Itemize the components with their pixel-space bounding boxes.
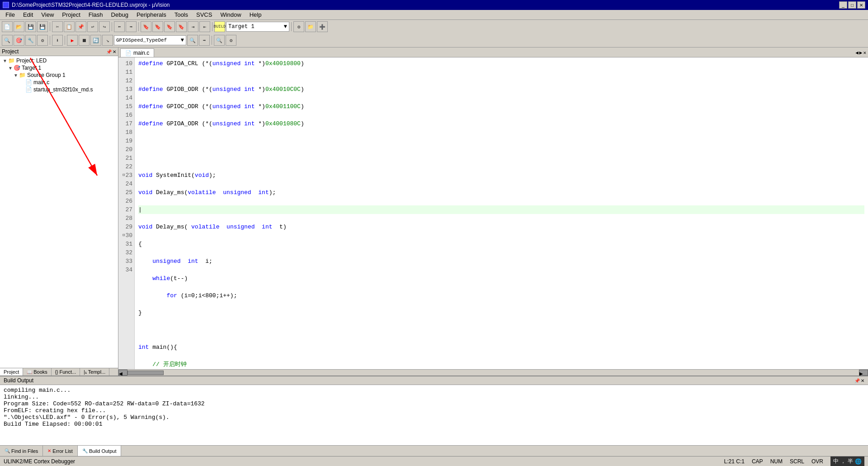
options-button[interactable]: ⚙ bbox=[293, 21, 304, 32]
editor-close[interactable]: ✕ bbox=[863, 50, 866, 56]
menu-debug[interactable]: Debug bbox=[108, 10, 132, 19]
menu-view[interactable]: View bbox=[38, 10, 57, 19]
zoom2-button[interactable]: ⚙ bbox=[226, 35, 236, 46]
tab-project[interactable]: Project bbox=[0, 368, 23, 376]
tree-item-project[interactable]: ▼ 📁 Project: LED bbox=[1, 57, 117, 64]
line-numbers: 10 11 12 13 14 15 16 17 18 19 20 21 22 ⊟… bbox=[118, 57, 135, 369]
project-panel-title: Project bbox=[2, 48, 19, 55]
bookmark3-button[interactable]: 🔖 bbox=[164, 21, 175, 32]
tree-item-sourcegroup[interactable]: ▼ 📁 Source Group 1 bbox=[1, 71, 117, 79]
menu-project[interactable]: Project bbox=[58, 10, 84, 19]
scroll-left[interactable]: ◀ bbox=[118, 370, 127, 376]
load-button[interactable]: ⬇ bbox=[52, 35, 63, 46]
save-button[interactable]: 💾 bbox=[25, 21, 36, 32]
bookmark4-button[interactable]: 🔖 bbox=[176, 21, 187, 32]
redo-button[interactable]: ↪ bbox=[99, 21, 110, 32]
app-icon bbox=[3, 2, 9, 8]
build-output-title: Build Output bbox=[4, 377, 33, 384]
menu-help[interactable]: Help bbox=[246, 10, 265, 19]
panel-pin-button[interactable]: 📌 bbox=[106, 49, 112, 54]
tree-item-startup[interactable]: 📄 startup_stm32f10x_md.s bbox=[1, 86, 117, 93]
tab-error-list[interactable]: ✕ Error List bbox=[43, 446, 78, 456]
menu-peripherals[interactable]: Peripherals bbox=[133, 10, 170, 19]
tab-build-output[interactable]: 🔧 Build Output bbox=[78, 446, 122, 456]
reset-button[interactable]: 🔄 bbox=[90, 35, 101, 46]
build-output-close[interactable]: ✕ bbox=[861, 378, 864, 383]
tree-item-mainc[interactable]: 📄 main.c bbox=[1, 79, 117, 86]
cut-button[interactable]: ✂ bbox=[52, 21, 63, 32]
code-editor[interactable]: 10 11 12 13 14 15 16 17 18 19 20 21 22 ⊟… bbox=[118, 57, 868, 369]
menu-flash[interactable]: Flash bbox=[85, 10, 107, 19]
tab-books[interactable]: 📖 Books bbox=[23, 368, 52, 376]
rebuild-button[interactable]: 🔧 bbox=[25, 35, 36, 46]
paste-button[interactable]: 📌 bbox=[75, 21, 86, 32]
manage-button[interactable]: 📁 bbox=[305, 21, 316, 32]
symb-nav-button[interactable]: ➡ bbox=[199, 35, 210, 46]
build-line-6: Build Time Elapsed: 00:00:01 bbox=[4, 421, 864, 428]
project-tree: ▼ 📁 Project: LED ▼ 🎯 Target 1 ▼ 📁 Source… bbox=[0, 56, 118, 368]
menu-tools[interactable]: Tools bbox=[171, 10, 192, 19]
bookmark2-button[interactable]: 🔖 bbox=[152, 21, 163, 32]
add-button[interactable]: ➕ bbox=[317, 21, 328, 32]
build-output-area: Build Output 📌 ✕ compiling main.c... lin… bbox=[0, 376, 868, 456]
build-line-1: compiling main.c... bbox=[4, 387, 864, 394]
build-line-4: FromELF: creating hex file... bbox=[4, 407, 864, 414]
target2-button[interactable]: 🎯 bbox=[14, 35, 24, 46]
inspect-button[interactable]: 🔍 bbox=[2, 35, 13, 46]
minimize-button[interactable]: _ bbox=[839, 1, 847, 9]
panel-close-button[interactable]: ✕ bbox=[113, 49, 116, 54]
menu-svcs[interactable]: SVCS bbox=[193, 10, 216, 19]
step-button[interactable]: ↘ bbox=[102, 35, 113, 46]
menu-bar: File Edit View Project Flash Debug Perip… bbox=[0, 10, 868, 20]
open-file-button[interactable]: 📂 bbox=[14, 21, 24, 32]
status-scrl: SCRL bbox=[790, 458, 804, 465]
settings-button[interactable]: ⚙ bbox=[37, 35, 48, 46]
editor-hscroll[interactable]: ◀ ▶ bbox=[118, 369, 868, 376]
nav-back-button[interactable]: ⬅ bbox=[114, 21, 125, 32]
status-left: ULINK2/ME Cortex Debugger bbox=[4, 458, 75, 465]
menu-file[interactable]: File bbox=[2, 10, 19, 19]
bookmark-button[interactable]: 🔖 bbox=[141, 21, 151, 32]
scroll-right[interactable]: ▶ bbox=[859, 370, 868, 376]
indent-button[interactable]: ⇥ bbox=[188, 21, 198, 32]
editor-area: 📄 main.c ◀ ▶ ✕ 10 11 12 13 14 15 16 17 1… bbox=[118, 48, 868, 376]
undo-button[interactable]: ↩ bbox=[87, 21, 98, 32]
title-bar: D:\SomeProject\STM32Project\4-REG-LED\LE… bbox=[0, 0, 868, 10]
code-content[interactable]: #define GPIOA_CRL (*(unsigned int *)0x40… bbox=[135, 57, 868, 369]
build-line-3: Program Size: Code=552 RO-data=252 RW-da… bbox=[4, 400, 864, 407]
target-dropdown[interactable]: Target 1 ▼ bbox=[226, 22, 289, 32]
toolbar-area: 📄 📂 💾 💾 ✂ 📋 📌 ↩ ↪ ⬅ ➡ 🔖 🔖 🔖 🔖 ⇥ ⇤ BUILD … bbox=[0, 20, 868, 48]
build-line-5: ".\Objects\LED.axf" - 0 Error(s), 5 Warn… bbox=[4, 414, 864, 421]
unindent-button[interactable]: ⇤ bbox=[199, 21, 210, 32]
tree-item-target1[interactable]: ▼ 🎯 Target 1 bbox=[1, 64, 117, 71]
tab-functions[interactable]: {} Funct... bbox=[52, 368, 80, 376]
ime-indicator: 中，半🌐 bbox=[830, 456, 864, 466]
tab-find-in-files[interactable]: 🔍 Find in Files bbox=[0, 446, 43, 456]
close-button[interactable]: ✕ bbox=[857, 1, 865, 9]
status-num: NUM bbox=[770, 458, 783, 465]
editor-tab-controls: ◀ ▶ ✕ bbox=[855, 50, 866, 56]
editor-tab-mainc[interactable]: 📄 main.c bbox=[120, 48, 154, 57]
menu-window[interactable]: Window bbox=[217, 10, 245, 19]
editor-tabs: 📄 main.c ◀ ▶ ✕ bbox=[118, 48, 868, 57]
start-debug-button[interactable]: ▶ bbox=[67, 35, 78, 46]
symbol-dropdown[interactable]: GPIOSpeed_TypeDef ▼ bbox=[114, 35, 186, 45]
main-area: Project 📌 ✕ ▼ 📁 Project: LED ▼ 🎯 Target … bbox=[0, 48, 868, 376]
save-all-button[interactable]: 💾 bbox=[37, 21, 48, 32]
stop-debug-button[interactable]: ⏹ bbox=[79, 35, 90, 46]
editor-tab-prev[interactable]: ◀ bbox=[855, 50, 859, 56]
status-caps: CAP bbox=[752, 458, 763, 465]
new-file-button[interactable]: 📄 bbox=[2, 21, 13, 32]
copy-button[interactable]: 📋 bbox=[64, 21, 75, 32]
editor-tab-next[interactable]: ▶ bbox=[859, 50, 863, 56]
menu-edit[interactable]: Edit bbox=[19, 10, 37, 19]
nav-fwd-button[interactable]: ➡ bbox=[126, 21, 137, 32]
tab-templates[interactable]: |₁ Templ... bbox=[80, 368, 109, 376]
build-target-button[interactable]: BUILD bbox=[214, 21, 225, 32]
status-bar: ULINK2/ME Cortex Debugger L:21 C:1 CAP N… bbox=[0, 456, 868, 466]
build-output-pin[interactable]: 📌 bbox=[854, 378, 860, 383]
symb-search-button[interactable]: 🔍 bbox=[187, 35, 198, 46]
build-output-header: Build Output 📌 ✕ bbox=[0, 376, 868, 385]
maximize-button[interactable]: □ bbox=[848, 1, 856, 9]
zoom-button[interactable]: 🔍 bbox=[214, 35, 225, 46]
